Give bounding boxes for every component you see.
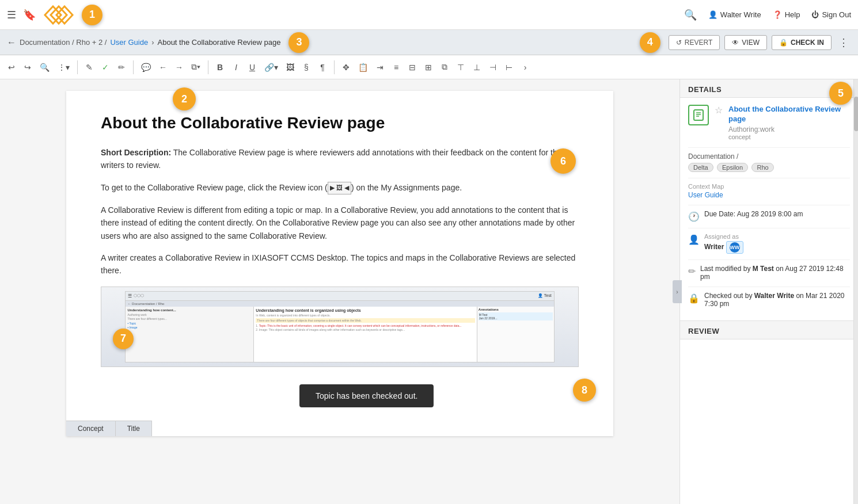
toolbar-separator-4: [334, 60, 335, 74]
row-above-button[interactable]: ⊤: [454, 60, 468, 74]
toast-notification: Topic has been checked out.: [299, 384, 434, 407]
toolbar-expand-button[interactable]: ›: [518, 60, 532, 74]
drag-button[interactable]: ✥: [339, 60, 353, 74]
details-assigned-content: Assigned as Writer WW: [704, 233, 850, 254]
image-button[interactable]: 🖼: [283, 60, 297, 74]
person-icon: 👤: [688, 234, 700, 245]
editor-toolbar: ↩ ↪ 🔍 ⋮▾ ✎ ✓ ✏ 💬 ← → ⧉▾ B I U 🔗▾ 🖼 § ¶ ✥…: [0, 55, 858, 79]
ordered-list-button[interactable]: ⊟: [405, 60, 419, 74]
revert-button[interactable]: ↺ REVERT: [669, 35, 720, 50]
indent-button[interactable]: ⇥: [373, 60, 387, 74]
italic-button[interactable]: I: [229, 60, 243, 74]
eye-icon: 👁: [732, 39, 739, 47]
tag-epsilon[interactable]: Epsilon: [717, 163, 748, 172]
prev-button[interactable]: ←: [156, 60, 170, 74]
more-options-icon[interactable]: ⋮: [836, 36, 851, 49]
last-modified-value: Last modified by M Test on Aug 27 2019 1…: [700, 265, 850, 281]
bold-button[interactable]: B: [213, 60, 227, 74]
accept-button[interactable]: ✓: [98, 60, 112, 74]
user-menu[interactable]: 👤 Walter Write: [708, 10, 761, 19]
checkin-button[interactable]: 🔒 CHECK IN: [772, 35, 832, 50]
hamburger-menu-icon[interactable]: ☰: [7, 9, 16, 21]
details-due-date-content: Due Date: Aug 28 2019 8:00 am: [704, 210, 850, 218]
breadcrumb-link[interactable]: User Guide: [110, 38, 148, 47]
underline-button[interactable]: U: [245, 60, 259, 74]
pencil-edit-icon: ✏: [688, 266, 696, 277]
undo-button[interactable]: ↩: [5, 60, 18, 74]
details-path-content: Documentation / Delta Epsilon Rho: [688, 152, 850, 172]
svg-rect-3: [694, 110, 703, 120]
lock-icon: 🔒: [688, 293, 700, 304]
paragraph-2: A Collaborative Review is different from…: [101, 204, 579, 242]
row-below-button[interactable]: ⊥: [470, 60, 484, 74]
edit-button[interactable]: ✎: [82, 60, 96, 74]
details-concept: concept: [728, 133, 850, 140]
tag-delta[interactable]: Delta: [688, 163, 713, 172]
bookmark-icon[interactable]: 🔖: [23, 9, 36, 21]
concept-tab[interactable]: Concept: [66, 421, 116, 436]
panel-collapse-handle[interactable]: ›: [673, 280, 682, 303]
clock-icon: 🕐: [688, 211, 700, 222]
details-authoring: Authoring:work: [728, 125, 850, 133]
tutorial-badge-3: 3: [288, 32, 309, 53]
details-path-row: Documentation / Delta Epsilon Rho: [688, 147, 850, 172]
details-last-modified-content: Last modified by M Test on Aug 27 2019 1…: [700, 265, 850, 281]
content-ref-button[interactable]: ⧉: [438, 60, 451, 74]
col-left-button[interactable]: ⊣: [486, 60, 500, 74]
power-icon: ⏻: [811, 10, 819, 19]
pencil-button[interactable]: ✏: [115, 60, 128, 74]
col-right-button[interactable]: ⊢: [502, 60, 516, 74]
context-map-link[interactable]: User Guide: [688, 191, 723, 199]
tutorial-badge-8: 8: [573, 379, 596, 402]
scrollbar-track[interactable]: [853, 79, 858, 504]
last-modified-by: M Test: [753, 265, 774, 273]
breadcrumb-current: About the Collaborative Review page: [158, 38, 281, 47]
assigned-as-label: Assigned as: [704, 233, 850, 240]
details-title-block: About the Collaborative Review page Auth…: [728, 105, 850, 140]
view-button[interactable]: 👁 VIEW: [724, 35, 767, 50]
comment-button[interactable]: 💬: [138, 60, 154, 74]
details-path-prefix: Documentation /: [688, 152, 850, 161]
writer-badge: WW: [726, 241, 743, 254]
details-doc-title[interactable]: About the Collaborative Review page: [728, 105, 850, 124]
tag-rho[interactable]: Rho: [751, 163, 773, 172]
details-top-block: ☆ About the Collaborative Review page Au…: [688, 105, 850, 140]
details-last-modified-row: ✏ Last modified by M Test on Aug 27 2019…: [688, 259, 850, 281]
back-button[interactable]: ←: [7, 37, 16, 48]
scrollbar-thumb[interactable]: [854, 97, 858, 131]
unordered-list-button[interactable]: ≡: [389, 60, 403, 74]
paragraph-1: To get to the Collaborative Review page,…: [101, 181, 579, 194]
search-icon[interactable]: 🔍: [684, 9, 697, 21]
details-context-map-content: Context Map User Guide: [688, 183, 850, 199]
redo-button[interactable]: ↪: [21, 60, 35, 74]
lock-checkin-icon: 🔒: [779, 39, 788, 47]
breadcrumb-path: Documentation / Rho + 2 /: [20, 38, 107, 47]
toolbar-more-button[interactable]: ⋮▾: [55, 60, 73, 74]
paste-button[interactable]: 📋: [355, 60, 371, 74]
link-button[interactable]: 🔗▾: [261, 60, 281, 74]
doc-type-icon: [688, 105, 709, 125]
help-button[interactable]: ❓ Help: [773, 10, 800, 19]
next-button[interactable]: →: [172, 60, 186, 74]
details-tags: Delta Epsilon Rho: [688, 163, 850, 172]
details-checked-out-content: Checked out by Walter Write on Mar 21 20…: [704, 292, 850, 308]
favorite-star-icon[interactable]: ☆: [715, 105, 723, 116]
document-paper: About the Collaborative Review page Shor…: [66, 91, 613, 436]
screenshot-thumbnail: ☰ ⬡⬡⬡ 👤 Test ← Documentation / Rho: [101, 287, 579, 367]
toolbar-separator: [77, 60, 78, 74]
paragraph-3: A writer creates a Collaborative Review …: [101, 251, 579, 277]
copy-button[interactable]: ⧉▾: [188, 60, 203, 74]
section-button[interactable]: §: [299, 60, 313, 74]
details-due-date-row: 🕐 Due Date: Aug 28 2019 8:00 am: [688, 205, 850, 222]
top-navigation: ☰ 🔖 1 🔍 👤 Walter Write ❓ Help ⏻ Sign Out: [0, 0, 858, 30]
signout-button[interactable]: ⏻ Sign Out: [811, 10, 851, 19]
details-checked-out-row: 🔒 Checked out by Walter Write on Mar 21 …: [688, 287, 850, 308]
breadcrumb-separator: ›: [151, 38, 154, 47]
paragraph-button[interactable]: ¶: [316, 60, 329, 74]
toolbar-separator-2: [133, 60, 134, 74]
find-button[interactable]: 🔍: [37, 60, 52, 74]
title-tab[interactable]: Title: [116, 421, 152, 436]
revert-icon: ↺: [676, 39, 682, 47]
app-logo[interactable]: [43, 5, 75, 25]
table-button[interactable]: ⊞: [422, 60, 435, 74]
